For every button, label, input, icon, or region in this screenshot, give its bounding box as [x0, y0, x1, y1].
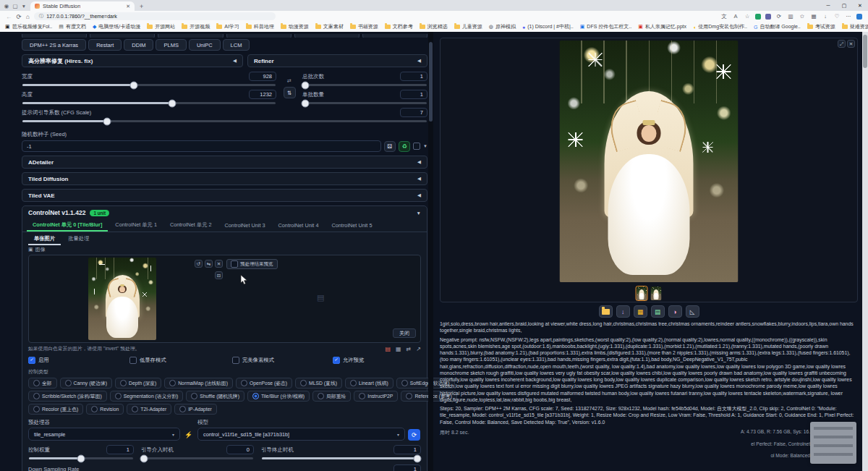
- radio-option[interactable]: IP-Adapter: [174, 404, 217, 415]
- radio-option[interactable]: NormalMap (法线贴图): [164, 378, 233, 389]
- bookmark-item[interactable]: 书籍资源: [350, 23, 378, 30]
- batch-count-slider[interactable]: [303, 84, 427, 86]
- adjust-image-icon[interactable]: ⇆: [205, 260, 213, 268]
- checkbox-option[interactable]: 低显存模式: [129, 357, 232, 364]
- mirror-webcam-icon[interactable]: ⇄: [407, 346, 412, 352]
- session-refresh-icon[interactable]: ⟳: [775, 13, 783, 20]
- radio-option[interactable]: InstructP2P: [354, 391, 398, 402]
- webcam-icon[interactable]: ▦: [396, 346, 401, 352]
- radio-option[interactable]: Depth (深度): [115, 378, 161, 389]
- downloads-icon[interactable]: ↓: [822, 13, 829, 20]
- controlnet-unit-tab[interactable]: ControlNet 单元 1: [109, 219, 163, 232]
- bookmark-item[interactable]: ▣私人亲属记忆.pptx: [638, 23, 686, 30]
- tab-close-icon[interactable]: ✕: [126, 4, 130, 9]
- close-preview-icon[interactable]: ✕: [847, 40, 855, 48]
- bookmark-item[interactable]: 动漫资源: [281, 23, 309, 30]
- close-preview-button[interactable]: 关闭: [393, 328, 416, 338]
- bookmark-item[interactable]: 疑难资源: [842, 23, 868, 30]
- bookmark-item[interactable]: 科普地理: [246, 23, 274, 30]
- translate-icon[interactable]: 文: [720, 13, 728, 20]
- send-to-extras-button[interactable]: ◺: [686, 305, 699, 318]
- bookmark-item[interactable]: 文案素材: [315, 23, 344, 30]
- open-folder-button[interactable]: [599, 305, 613, 318]
- controlnet-subtab[interactable]: 批量处理: [62, 233, 95, 245]
- bookmark-item[interactable]: 浏览精选: [420, 23, 448, 30]
- seed-input[interactable]: -1: [22, 140, 381, 152]
- bookmark-item[interactable]: AI学习: [216, 23, 239, 30]
- checkbox-option[interactable]: 启用: [28, 357, 129, 364]
- guidance-start-slider[interactable]: [142, 457, 253, 459]
- hires-fix-accordion[interactable]: 高分辨率修复 (Hires. fix) ◀: [22, 54, 243, 67]
- radio-option[interactable]: Canny (硬边缘): [60, 378, 112, 389]
- weight-slider[interactable]: [29, 457, 133, 459]
- collections-icon[interactable]: ✩: [799, 13, 806, 20]
- send-dimensions-icon[interactable]: ↗: [416, 346, 421, 352]
- bookmark-item[interactable]: ◖使用Dmg安装包制作..: [693, 23, 747, 30]
- maximize-button[interactable]: ▢: [836, 0, 852, 11]
- width-slider[interactable]: [22, 84, 276, 86]
- settings-more-icon[interactable]: ⋯: [845, 13, 852, 20]
- sampler-button[interactable]: LCM: [223, 39, 250, 51]
- bookmark-item[interactable]: ▤有度文档: [59, 23, 86, 30]
- reuse-seed-button[interactable]: ♻: [399, 141, 410, 152]
- radio-option[interactable]: Shuffle (随机洗牌): [186, 391, 244, 402]
- browser-tab[interactable]: Stable Diffusion ✕: [30, 1, 135, 11]
- guidance-end-slider[interactable]: [262, 457, 420, 459]
- controlnet-unit-tab[interactable]: ControlNet Unit 5: [326, 219, 378, 232]
- copilot-icon[interactable]: [856, 14, 862, 20]
- radio-option[interactable]: Tile/Blur (分块/模糊): [247, 391, 310, 402]
- controlnet-unit-tab[interactable]: ControlNet Unit 3: [219, 219, 271, 232]
- batch-count-input[interactable]: 1: [400, 72, 427, 81]
- downsampling-input[interactable]: 1: [393, 464, 421, 471]
- save-image-button[interactable]: ↓: [616, 305, 630, 318]
- radio-option[interactable]: Scribble/Sketch (涂鸦/草图): [28, 391, 107, 402]
- run-preprocessor-button[interactable]: ⚡: [183, 429, 194, 441]
- bookmark-item[interactable]: 儿童资源: [454, 23, 482, 30]
- bookmark-item[interactable]: 开源视频: [182, 23, 210, 30]
- aspect-ratio-icon[interactable]: ⇄: [287, 78, 292, 84]
- height-slider[interactable]: [22, 102, 276, 104]
- generated-image[interactable]: [560, 41, 739, 282]
- cfg-slider[interactable]: [22, 120, 427, 122]
- bookmark-item[interactable]: 文档参考: [385, 23, 413, 30]
- bookmark-item[interactable]: 开源网站: [147, 23, 175, 30]
- radio-option[interactable]: MLSD (直线): [295, 378, 342, 389]
- random-seed-button[interactable]: ⚄: [384, 141, 396, 152]
- controlnet-header[interactable]: ControlNet v1.1.422 1 unit ▼: [28, 206, 421, 219]
- tab-search-icon[interactable]: ▾: [20, 3, 27, 9]
- radio-option[interactable]: T2I-Adapter: [127, 404, 171, 415]
- gallery-thumbnail[interactable]: [651, 287, 662, 300]
- read-aloud-icon[interactable]: A: [732, 13, 739, 20]
- controlnet-subtab[interactable]: 单张图片: [28, 233, 61, 245]
- radio-option[interactable]: Revision: [86, 404, 124, 415]
- sampler-button[interactable]: UniPC: [189, 39, 221, 51]
- new-canvas-icon[interactable]: ▤: [385, 346, 391, 352]
- adetailer-accordion[interactable]: ADetailer ◀: [22, 156, 427, 169]
- scrollbar-thumb[interactable]: [863, 35, 867, 68]
- controlnet-image-dropzone[interactable]: ↺⇆✕ ⊡ 预处理结果预览 ▤ 关闭: [28, 255, 421, 343]
- controlnet-unit-tab[interactable]: ControlNet 单元 2: [164, 219, 218, 232]
- batch-size-slider[interactable]: [303, 102, 427, 104]
- batch-size-input[interactable]: 1: [400, 90, 427, 99]
- home-icon[interactable]: ⌂: [26, 13, 30, 20]
- guidance-start-input[interactable]: 0: [226, 445, 254, 454]
- extra-seed-checkbox[interactable]: [413, 143, 420, 150]
- sampler-button[interactable]: Restart: [88, 39, 122, 51]
- workspaces-icon[interactable]: ▢: [12, 3, 19, 9]
- fullscreen-icon[interactable]: ⤢: [838, 40, 846, 48]
- minimize-button[interactable]: ─: [820, 0, 836, 11]
- bookmark-item[interactable]: G自动翻译 Google..: [754, 23, 801, 30]
- extension-badge-purple-icon[interactable]: [765, 14, 771, 20]
- bookmark-item[interactable]: ▣芭乐视频修复Fol..: [5, 23, 52, 30]
- extensions-icon[interactable]: ▦: [810, 13, 817, 20]
- gallery-thumbnail-selected[interactable]: [637, 287, 647, 300]
- radio-option[interactable]: 局部重绘: [312, 391, 351, 402]
- favorite-this-page-icon[interactable]: ☆: [744, 13, 751, 20]
- send-to-img2img-button[interactable]: ▤: [651, 305, 665, 318]
- undo-image-icon[interactable]: ↺: [195, 260, 203, 268]
- scrollbar-thumb[interactable]: [429, 42, 433, 122]
- radio-option[interactable]: 全部: [28, 378, 57, 389]
- expand-image-button[interactable]: ⊡: [215, 271, 223, 279]
- site-info-icon[interactable]: ⓘ: [39, 13, 44, 20]
- checkbox-option[interactable]: 完美像素模式: [232, 357, 333, 364]
